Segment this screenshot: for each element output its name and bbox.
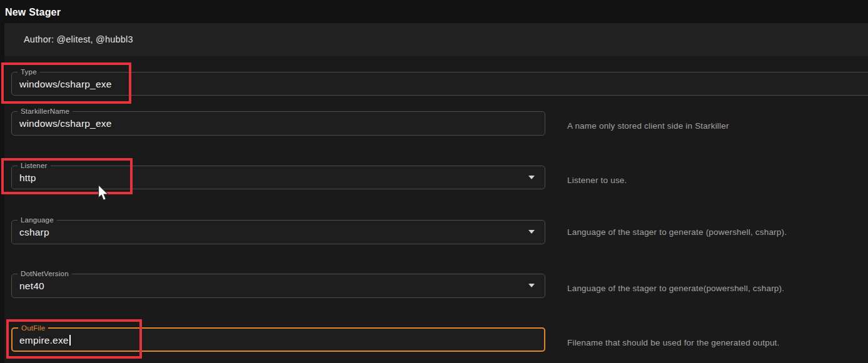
author-panel: Author: @elitest, @hubbl3 — [4, 23, 868, 56]
outfile-field-value: empire.exe — [19, 335, 71, 346]
dropdown-arrow-icon[interactable] — [528, 230, 535, 234]
starkillername-field[interactable]: StarkillerName windows/csharp_exe — [11, 107, 545, 136]
outfile-field-text: empire.exe — [19, 335, 69, 346]
language-select[interactable]: Language csharp — [11, 216, 545, 244]
starkillername-field-value: windows/csharp_exe — [19, 118, 111, 129]
dotnetversion-select-outline: DotNetVersion — [11, 269, 545, 298]
outfile-field-label: OutFile — [18, 324, 48, 332]
dotnetversion-select[interactable]: DotNetVersion net40 — [11, 269, 545, 298]
language-select-label: Language — [18, 216, 57, 224]
type-field-outline: Type — [11, 67, 868, 96]
dotnetversion-select-value: net40 — [19, 281, 44, 292]
mouse-cursor-icon — [98, 185, 110, 202]
language-select-outline: Language — [11, 216, 545, 244]
type-field[interactable]: Type windows/csharp_exe — [11, 67, 868, 96]
dotnetversion-select-label: DotNetVersion — [18, 269, 72, 278]
listener-select-label: Listener — [18, 161, 51, 170]
author-text: Author: @elitest, @hubbl3 — [24, 23, 133, 56]
type-field-value: windows/csharp_exe — [19, 79, 111, 90]
dotnetversion-description: Language of the stager to generate(power… — [567, 282, 784, 295]
dropdown-arrow-icon[interactable] — [528, 284, 535, 287]
language-description: Language of the stager to generate (powe… — [567, 226, 787, 239]
type-field-label: Type — [18, 67, 40, 76]
listener-select-value: http — [19, 172, 36, 184]
listener-select[interactable]: Listener http — [11, 161, 545, 189]
starkillername-description: A name only stored client side in Starki… — [567, 120, 729, 132]
outfile-field[interactable]: OutFile empire.exe — [11, 324, 545, 352]
language-select-value: csharp — [19, 227, 49, 238]
text-caret — [69, 335, 71, 346]
outfile-field-outline: OutFile — [11, 324, 545, 352]
page-title: New Stager — [5, 7, 61, 18]
outfile-description: Filename that should be used for the gen… — [567, 337, 780, 349]
listener-select-outline: Listener — [11, 161, 545, 189]
top-bar: New Stager — [0, 0, 868, 22]
starkillername-field-label: StarkillerName — [18, 107, 73, 116]
dropdown-arrow-icon[interactable] — [528, 176, 535, 179]
listener-description: Listener to use. — [567, 174, 627, 187]
